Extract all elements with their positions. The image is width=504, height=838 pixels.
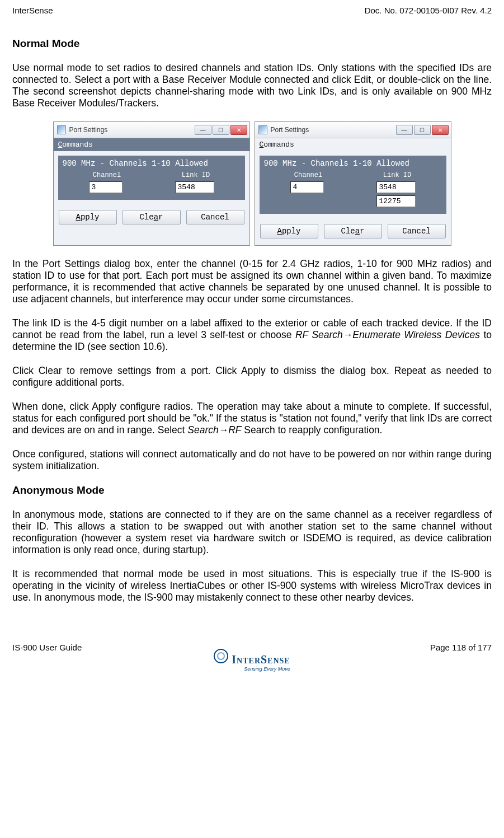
- paragraph-channels: In the Port Settings dialog box, enter t…: [12, 258, 492, 305]
- channel-input[interactable]: 4: [290, 181, 324, 193]
- clear-button[interactable]: Clear: [324, 224, 382, 238]
- logo-icon: [214, 649, 228, 663]
- titlebar: Port Settings — ☐ ✕: [255, 122, 451, 138]
- header-left: InterSense: [12, 6, 53, 15]
- paragraph-intro: Use normal mode to set radios to desired…: [12, 62, 492, 109]
- screenshots-container: Port Settings — ☐ ✕ Commands 900 MHz - C…: [12, 121, 492, 246]
- channel-input[interactable]: 3: [89, 181, 123, 193]
- close-icon[interactable]: ✕: [432, 125, 449, 135]
- channel-label: Channel: [93, 171, 121, 179]
- minimize-icon[interactable]: —: [195, 125, 211, 135]
- header-right: Doc. No. 072-00105-0I07 Rev. 4.2: [365, 6, 492, 15]
- app-icon: [258, 125, 267, 134]
- cancel-button[interactable]: Cancel: [186, 210, 244, 224]
- paragraph-anonymous: In anonymous mode, stations are connecte…: [12, 509, 492, 556]
- apply-button[interactable]: Apply: [59, 210, 117, 224]
- close-icon[interactable]: ✕: [230, 125, 247, 135]
- footer-left: IS-900 User Guide: [12, 643, 82, 652]
- linkid-input-2[interactable]: 12275: [376, 195, 416, 207]
- port-settings-dialog-2: Port Settings — ☐ ✕ Commands 900 MHz - C…: [255, 121, 451, 246]
- app-icon: [57, 125, 66, 134]
- section-heading-normal-mode: Normal Mode: [12, 38, 492, 50]
- maximize-icon[interactable]: ☐: [414, 125, 431, 135]
- paragraph-clear: Click Clear to remove settings from a po…: [12, 365, 492, 388]
- channel-label: Channel: [294, 171, 322, 179]
- section-heading-anonymous-mode: Anonymous Mode: [12, 484, 492, 497]
- commands-menu[interactable]: Commands: [255, 138, 451, 151]
- maximize-icon[interactable]: ☐: [213, 125, 229, 135]
- apply-button[interactable]: Apply: [260, 224, 318, 238]
- linkid-input[interactable]: 3548: [175, 181, 214, 193]
- footer-right: Page 118 of 177: [430, 643, 492, 652]
- paragraph-apply: When done, click Apply configure radios.…: [12, 401, 492, 436]
- cancel-button[interactable]: Cancel: [388, 224, 446, 238]
- paragraph-recommendation: It is recommended that normal mode be us…: [12, 568, 492, 603]
- titlebar: Port Settings — ☐ ✕: [54, 122, 249, 138]
- clear-button[interactable]: Clear: [123, 210, 181, 224]
- commands-menu[interactable]: Commands: [54, 138, 249, 151]
- panel-title: 900 MHz - Channels 1-10 Allowed: [264, 159, 442, 168]
- minimize-icon[interactable]: —: [396, 125, 413, 135]
- panel-title: 900 MHz - Channels 1-10 Allowed: [63, 159, 241, 168]
- port-settings-dialog-1: Port Settings — ☐ ✕ Commands 900 MHz - C…: [53, 121, 250, 246]
- linkid-label: Link ID: [182, 171, 210, 179]
- linkid-label: Link ID: [383, 171, 411, 179]
- footer-logo: InterSense Sensing Every Move: [12, 649, 492, 672]
- logo-text: InterSense: [232, 653, 290, 666]
- logo-tagline: Sensing Every Move: [232, 666, 290, 672]
- window-title: Port Settings: [271, 126, 309, 134]
- paragraph-autoconnect: Once configured, stations will connect a…: [12, 448, 492, 472]
- window-title: Port Settings: [69, 126, 108, 134]
- linkid-input-1[interactable]: 3548: [376, 181, 416, 193]
- paragraph-linkid: The link ID is the 4-5 digit number on a…: [12, 317, 492, 353]
